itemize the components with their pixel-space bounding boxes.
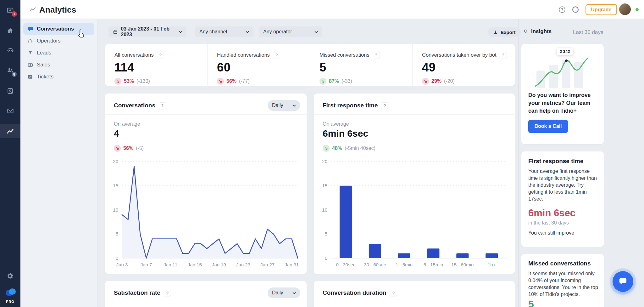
app-rail: 1 8 <box>0 0 20 307</box>
kpi-change-pct: 87% <box>329 78 339 84</box>
kpi-change: 29% (-20) <box>422 78 515 85</box>
kpi-change-pct: 53% <box>124 78 134 84</box>
average-change: 48% (-5min 40sec) <box>323 145 375 152</box>
rail-inbox-button[interactable]: 1 <box>0 3 20 18</box>
svg-text:0: 0 <box>116 255 118 261</box>
insight-title: First response time <box>528 158 583 165</box>
kpi-bot-conversations: Conversations taken over by bot? 49 29% … <box>412 44 515 86</box>
sidebar-item-tickets[interactable]: Tickets <box>23 71 94 83</box>
trend-down-icon <box>114 78 121 85</box>
satisfaction-granularity-dropdown[interactable]: Daily <box>268 287 300 298</box>
help-tooltip-chip[interactable]: ? <box>157 52 164 58</box>
svg-text:20: 20 <box>113 159 118 164</box>
sidebar-item-label: Operators <box>37 38 61 44</box>
kpi-label: Conversations taken over by bot <box>422 52 497 58</box>
sidebar-item-leads[interactable]: Leads <box>23 47 94 59</box>
promo-chart-tooltip: 2 342 <box>557 48 573 55</box>
help-tooltip-chip[interactable]: ? <box>373 52 380 58</box>
insight-body: Your average first response time is sign… <box>528 168 598 202</box>
book-a-call-button[interactable]: Book a Call <box>528 120 568 133</box>
banknote-icon <box>27 62 33 68</box>
kpi-label: All conversations <box>114 52 154 58</box>
help-tooltip-chip[interactable]: ? <box>159 102 166 109</box>
kpi-change: 87% (-33) <box>319 78 412 85</box>
average-label: On average <box>323 121 349 127</box>
tidio-logo <box>4 287 17 297</box>
rail-chatbot-button[interactable] <box>0 43 20 57</box>
sidebar-item-label: Conversations <box>37 26 74 32</box>
insight-value: 5 <box>528 298 534 307</box>
kpi-label: Handled conversations <box>217 52 270 58</box>
insight-period: in the last 30 days <box>528 220 569 226</box>
contact-card-icon <box>6 87 14 95</box>
rail-customers-button[interactable] <box>0 83 20 98</box>
contacts-badge: 8 <box>12 72 17 77</box>
kpi-change-delta: (-20) <box>444 78 455 84</box>
upgrade-button[interactable]: Upgrade <box>586 4 617 15</box>
kpi-change-pct: 29% <box>431 78 441 84</box>
pro-label: PRO <box>0 300 20 304</box>
gear-icon <box>6 272 14 280</box>
inbox-badge: 1 <box>12 11 17 17</box>
trend-down-icon <box>114 145 121 152</box>
chevron-down-icon <box>246 31 249 33</box>
insights-toggle[interactable]: Insights <box>523 28 552 35</box>
divider <box>105 114 307 115</box>
svg-text:Jan 23: Jan 23 <box>236 262 250 267</box>
content-rail-divider <box>518 19 519 307</box>
help-tooltip-chip[interactable]: ? <box>500 52 507 58</box>
operator-filter-value: Any operator <box>263 29 292 35</box>
ticket-check-icon <box>27 74 33 80</box>
svg-text:Jan 19: Jan 19 <box>212 262 226 267</box>
kpi-change-delta: (-77) <box>239 78 250 84</box>
export-button[interactable]: Export <box>488 27 521 37</box>
rail-home-button[interactable] <box>0 23 20 38</box>
rail-mail-button[interactable] <box>0 104 20 118</box>
operator-filter-dropdown[interactable]: Any operator <box>259 26 322 37</box>
svg-text:Jan 31: Jan 31 <box>285 262 299 267</box>
help-tooltip-chip[interactable]: ? <box>390 290 397 296</box>
average-change: 56% (-5) <box>114 145 144 152</box>
svg-text:1h+: 1h+ <box>488 262 496 267</box>
trend-down-icon <box>323 145 330 152</box>
change-delta: (-5min 40sec) <box>345 145 375 151</box>
user-avatar[interactable] <box>619 3 631 15</box>
rail-contacts-button[interactable]: 8 <box>0 63 20 77</box>
channel-filter-dropdown[interactable]: Any channel <box>195 26 253 37</box>
kpi-summary-card: All conversations? 114 53% (-130) Handle… <box>105 44 515 86</box>
chat-widget-button[interactable] <box>613 271 633 292</box>
kpi-all-conversations: All conversations? 114 53% (-130) <box>105 44 207 86</box>
rail-settings-button[interactable] <box>0 269 20 283</box>
svg-text:20: 20 <box>322 159 327 164</box>
refresh-button[interactable] <box>570 4 581 15</box>
help-button[interactable]: ? <box>557 4 567 15</box>
tidio-plus-promo-card: 2 342 Do you want to improve your metric… <box>521 44 604 144</box>
kpi-change: 56% (-77) <box>217 78 310 85</box>
dropdown-value: Daily <box>272 103 283 108</box>
kpi-value: 60 <box>217 61 310 74</box>
trend-down-icon <box>319 78 326 85</box>
sidebar-item-sales[interactable]: Sales <box>23 59 94 71</box>
insight-title: Missed conversations <box>528 260 591 267</box>
kpi-value: 114 <box>114 61 207 74</box>
satisfaction-rate-panel: Satisfaction rate? Daily <box>105 281 307 307</box>
svg-text:0 - 30sec: 0 - 30sec <box>336 262 356 267</box>
help-tooltip-chip[interactable]: ? <box>273 52 280 58</box>
date-range-picker[interactable]: 03 Jan 2023 - 01 Feb 2023 <box>108 26 186 37</box>
svg-text:?: ? <box>561 7 563 12</box>
help-tooltip-chip[interactable]: ? <box>381 102 388 109</box>
export-label: Export <box>501 30 516 35</box>
kpi-change-delta: (-33) <box>341 78 352 84</box>
panel-title: Conversation duration <box>323 289 386 296</box>
trend-down-icon <box>422 78 429 85</box>
chevron-down-icon <box>292 105 296 107</box>
conversations-granularity-dropdown[interactable]: Daily <box>268 100 300 111</box>
kpi-handled-conversations: Handled conversations? 60 56% (-77) <box>207 44 310 86</box>
first-response-bar-chart: 051015200 - 30sec30 - 60sec1 - 5min5 - 1… <box>318 156 511 268</box>
robot-icon <box>6 46 14 54</box>
svg-text:Jan 7: Jan 7 <box>141 262 152 267</box>
change-pct: 56% <box>123 145 133 151</box>
help-tooltip-chip[interactable]: ? <box>164 290 171 296</box>
rail-analytics-button[interactable] <box>0 124 20 138</box>
kpi-missed-conversations: Missed conversations? 5 87% (-33) <box>310 44 412 86</box>
